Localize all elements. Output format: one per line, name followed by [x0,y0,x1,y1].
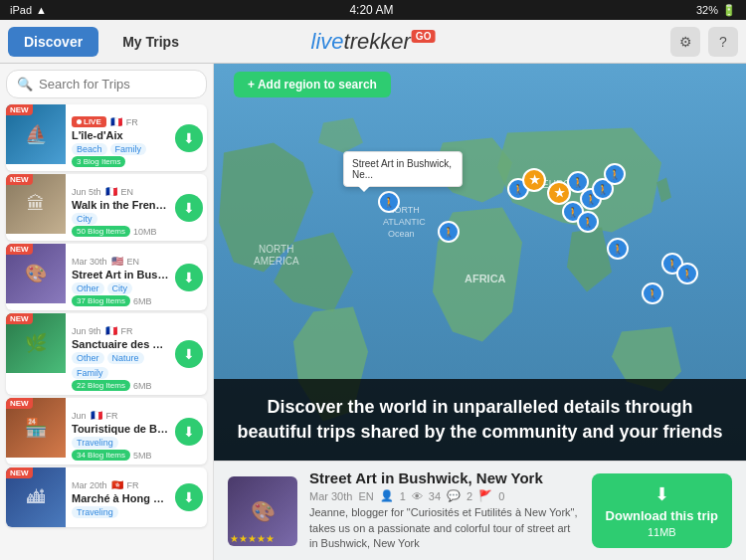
nav-bar: Discover My Trips livetrekkerGO ⚙ ? [0,20,746,64]
new-badge: NEW [6,398,33,409]
meta-views: 34 [429,490,441,502]
trip-tags: OtherCity [72,282,169,294]
download-trip-button[interactable]: ⬇ Download this trip 11MB [592,473,732,548]
battery-icon: 🔋 [722,4,736,17]
carrier-label: iPad [10,4,32,16]
map-tooltip: Street Art in Bushwick, Ne... [343,151,463,187]
trip-tags: Traveling [72,437,169,449]
star-rating: ★★★★★ [230,533,275,544]
bottom-panel: 🎨 ★★★★★ Street Art in Bushwick, New York… [214,461,746,560]
map-pin-toronto[interactable]: 🚶 [378,191,400,213]
trip-tags: BeachFamily [72,143,169,155]
meta-views-icon: 👁 [412,490,423,502]
trip-flag: 🇭🇰 [111,479,123,490]
sidebar: 🔍 ⛵ NEW LIVE 🇫🇷 FR L'île-d'Aix BeachFami… [0,64,214,560]
new-badge: NEW [6,244,33,255]
svg-text:Ocean: Ocean [388,229,415,239]
trip-meta: 50 Blog Items 10MB [72,226,169,237]
status-time: 4:20 AM [349,3,393,17]
map-area[interactable]: NORTH AMERICA NORTH ATLANTIC Ocean AFRIC… [214,64,746,560]
list-item[interactable]: 🏙 NEW Mar 20th 🇭🇰 FR Marché à Hong Kong.… [6,467,207,527]
app-logo: livetrekkerGO [311,29,436,55]
nav-icons: ⚙ ? [670,27,738,57]
help-button[interactable]: ? [708,27,738,57]
new-badge: NEW [6,174,33,185]
bottom-trip-thumb: 🎨 ★★★★★ [228,476,297,546]
settings-button[interactable]: ⚙ [670,27,700,57]
list-item[interactable]: 🏛 NEW Jun 5th 🇫🇷 EN Walk in the French c… [6,174,207,241]
map-pin-asia[interactable]: 🚶 [676,263,698,284]
svg-text:AFRICA: AFRICA [465,273,506,284]
svg-text:AMERICA: AMERICA [254,256,299,267]
trip-info: NEW LIVE 🇫🇷 FR L'île-d'Aix BeachFamily 3… [66,104,175,171]
meta-lang: EN [358,490,373,502]
search-icon: 🔍 [17,77,33,92]
search-input[interactable] [39,77,196,92]
meta-likes-icon: 👤 [380,489,394,502]
trip-download-button[interactable]: ⬇ [175,340,203,368]
meta-date: Mar 30th [309,490,352,502]
map-pin-moscow[interactable]: 🚶 [604,163,626,185]
trip-flag: 🇺🇸 [111,256,123,267]
trip-meta: 34 Blog Items 5MB [72,450,169,461]
trip-download-button[interactable]: ⬇ [175,483,203,511]
bottom-trip-description: Jeanne, blogger for "Curiosités et Futil… [309,505,580,551]
trip-title: L'île-d'Aix [72,129,169,141]
logo-go: GO [412,30,436,43]
trip-info: NEW Mar 20th 🇭🇰 FR Marché à Hong Kong...… [66,467,175,527]
new-badge: NEW [6,104,33,115]
trip-info: NEW Jun 9th 🇫🇷 FR Sanctuaire des Orang-O… [66,313,175,395]
map-pin-cairo[interactable]: 🚶 [607,238,629,260]
meta-comments-icon: 💬 [447,489,461,502]
trip-flag: 🇫🇷 [105,186,117,197]
trip-meta: 22 Blog Items 6MB [72,380,169,391]
list-item[interactable]: 🌿 NEW Jun 9th 🇫🇷 FR Sanctuaire des Orang… [6,313,207,395]
list-item[interactable]: ⛵ NEW LIVE 🇫🇷 FR L'île-d'Aix BeachFamily… [6,104,207,171]
discover-text: Discover the world in unparalleled detai… [234,395,726,445]
map-background: NORTH AMERICA NORTH ATLANTIC Ocean AFRIC… [214,64,746,560]
list-item[interactable]: 🎨 NEW Mar 30th 🇺🇸 EN Street Art in Bushw… [6,244,207,310]
meta-comments: 2 [466,490,472,502]
download-label: Download this trip [606,508,718,523]
svg-text:NORTH: NORTH [259,244,293,255]
trip-download-button[interactable]: ⬇ [175,124,203,152]
wifi-icon: ▲ [36,4,47,16]
new-badge: NEW [6,467,33,478]
svg-text:ATLANTIC: ATLANTIC [383,217,426,227]
trip-tags: OtherNatureFamily [72,352,169,379]
trip-download-button[interactable]: ⬇ [175,194,203,222]
bottom-trip-title: Street Art in Bushwick, New York [309,469,580,486]
battery-label: 32% [696,4,718,16]
trip-meta: 3 Blog Items [72,156,169,167]
logo-trekker: trekker [344,29,411,54]
meta-likes: 1 [400,490,406,502]
status-left: iPad ▲ [10,4,47,16]
download-icon: ⬇ [654,483,669,505]
meta-flags: 0 [498,490,504,502]
trip-title: Street Art in Bushwick, N... [72,269,169,280]
map-pin-mumbai[interactable]: 🚶 [642,282,663,304]
trip-title: Sanctuaire des Orang-Ou... [72,338,169,350]
tab-discover[interactable]: Discover [8,27,98,57]
search-box[interactable]: 🔍 [6,70,207,98]
map-pin-london-star[interactable]: ★ [522,168,546,192]
map-pin-europe4[interactable]: 🚶 [577,211,599,233]
trip-info: NEW Jun 🇫🇷 FR Touristique de Bandar, B..… [66,398,175,465]
trip-title: Touristique de Bandar, B... [72,423,169,435]
trip-download-button[interactable]: ⬇ [175,418,203,446]
bottom-trip-info: Street Art in Bushwick, New York Mar 30t… [309,469,580,551]
list-item[interactable]: 🏪 NEW Jun 🇫🇷 FR Touristique de Bandar, B… [6,398,207,465]
trip-download-button[interactable]: ⬇ [175,264,203,291]
meta-flags-icon: 🚩 [478,489,492,502]
logo-live: live [311,29,344,54]
status-bar: iPad ▲ 4:20 AM 32% 🔋 [0,0,746,20]
trip-flag: 🇫🇷 [91,410,102,421]
trip-info: NEW Jun 5th 🇫🇷 EN Walk in the French cap… [66,174,175,241]
tab-mytrips[interactable]: My Trips [106,27,195,57]
download-size: 11MB [648,526,676,538]
add-region-button[interactable]: + Add region to search [234,72,391,97]
trip-title: Marché à Hong Kong... [72,492,169,504]
new-badge: NEW [6,313,33,324]
status-right: 32% 🔋 [696,4,736,17]
map-pin-newyork[interactable]: 🚶 [438,221,460,243]
